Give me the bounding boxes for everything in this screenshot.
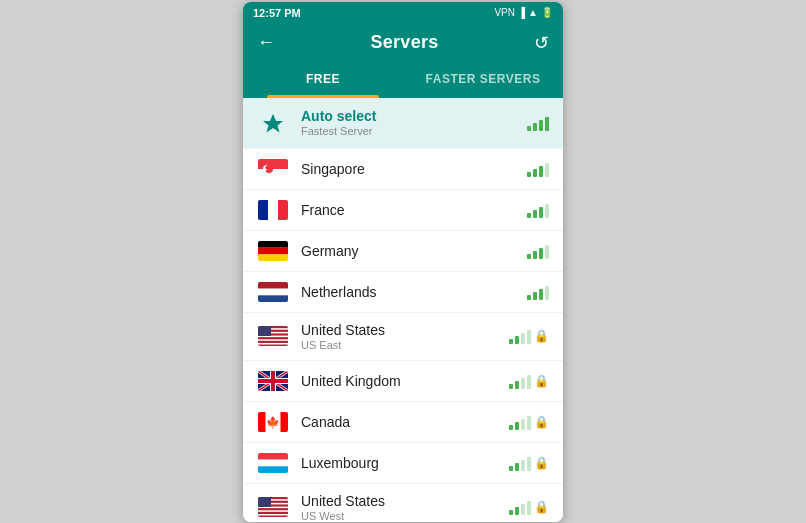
svg-rect-8 [278, 200, 288, 220]
us-west-sub: US West [301, 510, 509, 522]
uk-lock-icon: 🔒 [534, 374, 549, 388]
us-east-info: United States US East [301, 322, 509, 351]
page-title: Servers [370, 32, 438, 53]
server-item-netherlands[interactable]: Netherlands [243, 272, 563, 313]
phone-frame: 12:57 PM VPN ▐ ▲ 🔋 ← Servers ↺ FREE FAST… [0, 0, 806, 523]
svg-text:🍁: 🍁 [266, 415, 280, 429]
us-east-lock-icon: 🔒 [534, 329, 549, 343]
status-bar: 12:57 PM VPN ▐ ▲ 🔋 [243, 2, 563, 24]
server-item-germany[interactable]: Germany [243, 231, 563, 272]
signal-icon: ▐ [518, 7, 525, 18]
battery-icon: 🔋 [541, 7, 553, 18]
bar3 [539, 120, 543, 131]
canada-info: Canada [301, 414, 509, 430]
luxembourg-info: Luxembourg [301, 455, 509, 471]
refresh-button[interactable]: ↺ [534, 32, 549, 54]
server-item-uk[interactable]: United Kingdom 🔒 [243, 361, 563, 402]
server-item-us-west[interactable]: United States US West 🔒 [243, 484, 563, 522]
server-item-singapore[interactable]: ✦ Singapore [243, 149, 563, 190]
singapore-signal [527, 161, 549, 177]
vpn-icon: VPN [494, 7, 515, 18]
svg-rect-7 [268, 200, 278, 220]
auto-signal [527, 115, 549, 131]
svg-rect-44 [258, 497, 271, 507]
germany-signal [527, 243, 549, 259]
luxembourg-name: Luxembourg [301, 455, 509, 471]
flag-us-west [257, 496, 289, 518]
svg-marker-0 [263, 114, 283, 133]
server-item-luxembourg[interactable]: Luxembourg 🔒 [243, 443, 563, 484]
svg-rect-36 [258, 459, 288, 466]
svg-text:✦: ✦ [263, 167, 268, 173]
netherlands-signal [527, 284, 549, 300]
app-container: 12:57 PM VPN ▐ ▲ 🔋 ← Servers ↺ FREE FAST… [243, 2, 563, 522]
auto-select-icon [257, 107, 289, 139]
flag-luxembourg [257, 452, 289, 474]
server-list[interactable]: Auto select Fastest Server [243, 98, 563, 522]
canada-signal [509, 414, 531, 430]
flag-singapore: ✦ [257, 158, 289, 180]
svg-rect-42 [258, 510, 288, 512]
us-west-lock-icon: 🔒 [534, 500, 549, 514]
bar2 [533, 123, 537, 131]
tab-faster-servers[interactable]: FASTER SERVERS [403, 62, 563, 96]
svg-rect-20 [258, 343, 288, 345]
us-east-sub: US East [301, 339, 509, 351]
header: ← Servers ↺ [243, 24, 563, 62]
svg-rect-14 [258, 295, 288, 302]
back-button[interactable]: ← [257, 32, 275, 53]
svg-rect-43 [258, 514, 288, 516]
uk-info: United Kingdom [301, 373, 509, 389]
us-east-name: United States [301, 322, 509, 338]
luxembourg-lock-icon: 🔒 [534, 456, 549, 470]
flag-uk [257, 370, 289, 392]
netherlands-info: Netherlands [301, 284, 527, 300]
flag-canada: 🍁 [257, 411, 289, 433]
canada-lock-icon: 🔒 [534, 415, 549, 429]
flag-netherlands [257, 281, 289, 303]
server-item-france[interactable]: France [243, 190, 563, 231]
singapore-name: Singapore [301, 161, 527, 177]
server-item-auto[interactable]: Auto select Fastest Server [243, 98, 563, 149]
uk-name: United Kingdom [301, 373, 509, 389]
svg-rect-10 [258, 247, 288, 254]
france-signal [527, 202, 549, 218]
svg-rect-19 [258, 339, 288, 341]
server-item-canada[interactable]: 🍁 Canada 🔒 [243, 402, 563, 443]
svg-rect-11 [258, 254, 288, 261]
us-east-signal [509, 328, 531, 344]
us-west-name: United States [301, 493, 509, 509]
server-item-us-east[interactable]: United States US East 🔒 [243, 313, 563, 361]
bar1 [527, 126, 531, 131]
us-west-info: United States US West [301, 493, 509, 522]
tab-free[interactable]: FREE [243, 62, 403, 96]
tabs: FREE FASTER SERVERS [243, 62, 563, 98]
svg-rect-35 [258, 453, 288, 460]
svg-rect-12 [258, 282, 288, 289]
svg-rect-21 [258, 326, 271, 336]
germany-info: Germany [301, 243, 527, 259]
auto-select-sub: Fastest Server [301, 125, 527, 137]
luxembourg-signal [509, 455, 531, 471]
germany-name: Germany [301, 243, 527, 259]
flag-france [257, 199, 289, 221]
auto-select-name: Auto select [301, 108, 527, 124]
svg-rect-6 [258, 200, 268, 220]
svg-rect-30 [258, 379, 288, 383]
netherlands-name: Netherlands [301, 284, 527, 300]
france-info: France [301, 202, 527, 218]
flag-germany [257, 240, 289, 262]
svg-rect-32 [258, 412, 266, 432]
svg-rect-13 [258, 288, 288, 295]
uk-signal [509, 373, 531, 389]
flag-us-east [257, 325, 289, 347]
france-name: France [301, 202, 527, 218]
us-west-signal [509, 499, 531, 515]
status-icons: VPN ▐ ▲ 🔋 [494, 7, 553, 18]
canada-name: Canada [301, 414, 509, 430]
status-time: 12:57 PM [253, 7, 301, 19]
svg-rect-33 [281, 412, 289, 432]
svg-rect-9 [258, 241, 288, 248]
wifi-icon: ▲ [528, 7, 538, 18]
auto-select-info: Auto select Fastest Server [301, 108, 527, 137]
